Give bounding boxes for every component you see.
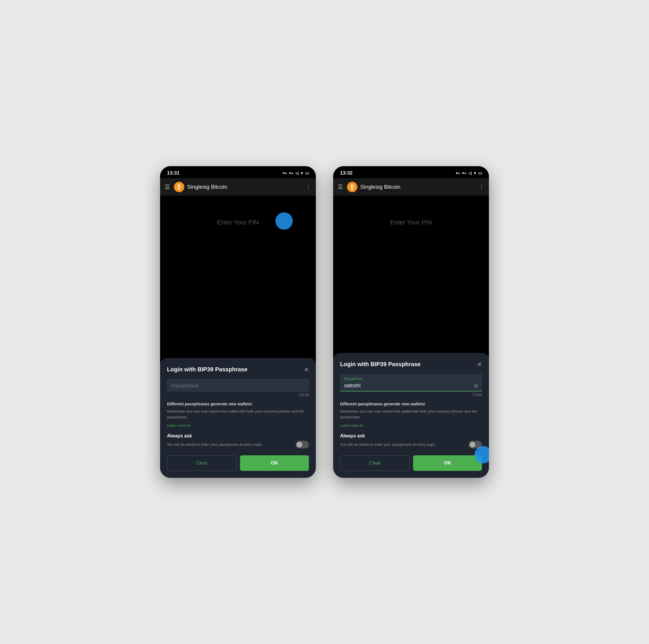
status-icons-left: 🗝 🗝 ◁ ▾ ▭ — [283, 171, 309, 175]
phone-screen-left: 13:31 🗝 🗝 ◁ ▾ ▭ ☰ ₿ Singlesig Bitcoin ⋮ … — [160, 166, 316, 478]
key-icon-4: 🗝 — [462, 171, 466, 175]
info-section-right: Different passphrases generate new walle… — [340, 402, 482, 428]
pin-label-right: Enter Your PIN — [390, 219, 432, 226]
clear-button-left[interactable]: Clear — [167, 455, 236, 471]
close-button-right[interactable]: ✕ — [477, 361, 482, 367]
input-clear-icon-right[interactable]: ⊗ — [474, 383, 478, 389]
passphrase-input-container-left — [167, 379, 309, 391]
status-bar-left: 13:31 🗝 🗝 ◁ ▾ ▭ — [160, 166, 316, 178]
app-bar-left: ☰ ₿ Singlesig Bitcoin ⋮ — [160, 178, 316, 196]
dialog-title-left: Login with BIP39 Passphrase — [167, 366, 248, 373]
bottom-sheet-left: Login with BIP39 Passphrase ✕ 0/100 Diff… — [160, 358, 316, 478]
always-ask-toggle-left[interactable] — [296, 441, 309, 448]
more-icon-right[interactable]: ⋮ — [479, 183, 484, 190]
ok-button-right[interactable]: OK — [413, 455, 482, 471]
toggle-thumb-left — [297, 442, 302, 447]
menu-icon-right[interactable]: ☰ — [338, 183, 343, 190]
time-right: 13:32 — [340, 170, 352, 176]
always-ask-section-right: Always ask You will be asked to enter yo… — [340, 433, 482, 448]
more-icon-left[interactable]: ⋮ — [305, 183, 311, 190]
passphrase-input-right[interactable] — [344, 382, 474, 389]
bottom-sheet-right: Login with BIP39 Passphrase ✕ Passphrase… — [333, 353, 489, 478]
battery-icon-right: ▭ — [478, 171, 482, 175]
menu-icon-left[interactable]: ☰ — [165, 183, 170, 190]
key-icon-2: 🗝 — [289, 171, 293, 175]
toggle-thumb-right — [470, 442, 475, 447]
external-link-icon-left: ⧉ — [187, 424, 190, 428]
info-bold-left: Different passphrases generate new walle… — [167, 402, 309, 406]
key-icon-1: 🗝 — [283, 171, 287, 175]
always-ask-row-left: You will be asked to enter your passphra… — [167, 441, 309, 448]
learn-more-label-right: Learn more — [340, 423, 359, 428]
phone-screen-right: 13:32 🗝 🗝 ◁ ▾ ▭ ☰ ₿ Singlesig Bitcoin ⋮ … — [333, 166, 489, 478]
dialog-header-right: Login with BIP39 Passphrase ✕ — [340, 361, 482, 368]
status-bar-right: 13:32 🗝 🗝 ◁ ▾ ▭ — [333, 166, 489, 178]
info-text-right: Remember you can only restore this walle… — [340, 409, 482, 420]
volume-icon: ◁ — [295, 171, 299, 175]
input-row-left — [171, 382, 305, 389]
info-bold-right: Different passphrases generate new walle… — [340, 402, 482, 406]
close-button-left[interactable]: ✕ — [304, 367, 309, 373]
status-icons-right: 🗝 🗝 ◁ ▾ ▭ — [456, 171, 482, 175]
info-text-left: Remember you can only restore this walle… — [167, 409, 309, 420]
always-ask-title-left: Always ask — [167, 433, 309, 438]
passphrase-input-container-right: Passphrase ⊗ — [340, 374, 482, 391]
bitcoin-logo-left: ₿ — [174, 182, 184, 192]
passphrase-input-left[interactable] — [171, 382, 305, 389]
button-row-right: Clear OK — [340, 455, 482, 471]
ok-button-left[interactable]: OK — [240, 455, 309, 471]
always-ask-text-right: You will be asked to enter your passphra… — [340, 442, 469, 447]
always-ask-text-left: You will be asked to enter your passphra… — [167, 442, 296, 447]
always-ask-title-right: Always ask — [340, 433, 482, 438]
time-left: 13:31 — [167, 170, 179, 176]
dialog-title-right: Login with BIP39 Passphrase — [340, 361, 421, 368]
always-ask-toggle-right[interactable] — [469, 441, 482, 448]
volume-icon-right: ◁ — [468, 171, 472, 175]
wifi-icon: ▾ — [301, 171, 303, 175]
passphrase-label-right: Passphrase — [344, 377, 478, 381]
bitcoin-symbol-right: ₿ — [351, 184, 354, 190]
always-ask-row-right: You will be asked to enter your passphra… — [340, 441, 482, 448]
char-count-left: 0/100 — [167, 393, 309, 397]
wifi-icon-right: ▾ — [474, 171, 476, 175]
always-ask-section-left: Always ask You will be asked to enter yo… — [167, 433, 309, 448]
dialog-header-left: Login with BIP39 Passphrase ✕ — [167, 366, 309, 373]
screens-container: 13:31 🗝 🗝 ◁ ▾ ▭ ☰ ₿ Singlesig Bitcoin ⋮ … — [143, 149, 506, 495]
char-count-right: 7/100 — [340, 393, 482, 397]
app-title-left: Singlesig Bitcoin — [187, 184, 305, 190]
learn-more-left[interactable]: Learn more ⧉ — [167, 423, 309, 428]
learn-more-right[interactable]: Learn more ⧉ — [340, 423, 482, 428]
info-section-left: Different passphrases generate new walle… — [167, 402, 309, 428]
app-title-right: Singlesig Bitcoin — [360, 184, 479, 190]
bitcoin-symbol-left: ₿ — [178, 184, 181, 190]
battery-icon: ▭ — [305, 171, 309, 175]
external-link-icon-right: ⧉ — [360, 424, 363, 428]
input-row-right: ⊗ — [344, 382, 478, 389]
clear-button-right[interactable]: Clear — [340, 455, 409, 471]
key-icon-3: 🗝 — [456, 171, 460, 175]
learn-more-label-left: Learn more — [167, 423, 186, 428]
app-bar-right: ☰ ₿ Singlesig Bitcoin ⋮ — [333, 178, 489, 196]
pin-label-left: Enter Your PIN — [217, 219, 259, 226]
bitcoin-logo-right: ₿ — [347, 182, 357, 192]
button-row-left: Clear OK — [167, 455, 309, 471]
